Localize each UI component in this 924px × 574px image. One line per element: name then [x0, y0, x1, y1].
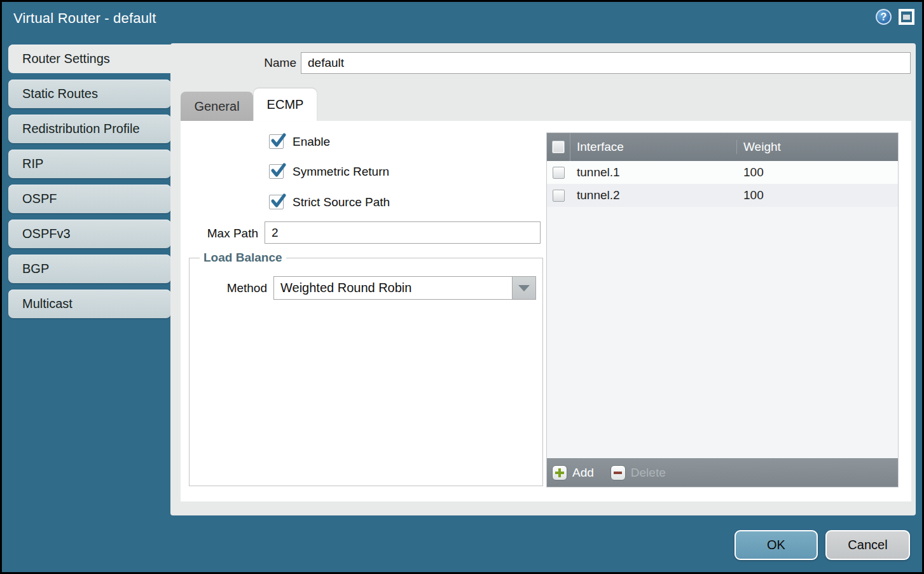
strict-source-path-label: Strict Source Path — [293, 195, 390, 209]
table-footer: Add Delete — [547, 458, 898, 487]
weight-column-header: Weight — [737, 140, 898, 154]
main-panel: Name General ECMP Enable — [170, 43, 916, 515]
method-dropdown-button[interactable] — [512, 277, 535, 299]
title-bar: Virtual Router - default ? — [2, 2, 922, 38]
sidebar-item-multicast[interactable]: Multicast — [8, 290, 171, 318]
enable-checkbox[interactable] — [269, 134, 284, 149]
cancel-button[interactable]: Cancel — [825, 530, 910, 560]
tab-general[interactable]: General — [181, 92, 253, 121]
load-balance-fieldset: Load Balance Method Weighted Round Robin — [189, 258, 543, 486]
help-icon[interactable]: ? — [876, 9, 892, 25]
sidebar-item-ospf[interactable]: OSPF — [8, 185, 171, 213]
tab-label: ECMP — [267, 97, 304, 112]
name-label: Name — [221, 56, 296, 70]
minus-icon — [610, 465, 626, 480]
sidebar-item-router-settings[interactable]: Router Settings — [8, 45, 174, 73]
sidebar-item-label: Static Routes — [22, 87, 98, 101]
sidebar-item-label: BGP — [22, 262, 49, 276]
sidebar-item-ospfv3[interactable]: OSPFv3 — [8, 220, 171, 248]
interface-column-header: Interface — [570, 140, 737, 154]
chevron-down-icon — [518, 285, 530, 291]
enable-checkbox-row: Enable — [269, 134, 330, 149]
sidebar-item-redistribution-profile[interactable]: Redistribution Profile — [8, 115, 171, 143]
sidebar-item-label: OSPF — [22, 192, 57, 206]
sidebar-item-bgp[interactable]: BGP — [8, 255, 171, 283]
select-all-checkbox[interactable] — [552, 141, 565, 153]
delete-button-label: Delete — [631, 466, 666, 480]
method-selected-value: Weighted Round Robin — [280, 281, 411, 295]
strict-source-path-checkbox-row: Strict Source Path — [269, 195, 390, 209]
symmetric-return-checkbox-row: Symmetric Return — [269, 164, 389, 179]
table-header: Interface Weight — [547, 133, 898, 161]
interface-cell: tunnel.2 — [570, 188, 737, 202]
max-path-label: Max Path — [181, 227, 258, 241]
add-button[interactable]: Add — [552, 465, 594, 480]
load-balance-legend: Load Balance — [200, 251, 286, 265]
dialog-title: Virtual Router - default — [13, 10, 156, 27]
symmetric-return-label: Symmetric Return — [293, 165, 389, 179]
interface-table: Interface Weight tunnel.1 100 tunnel.2 1… — [546, 132, 899, 487]
checkmark-icon — [270, 193, 287, 210]
sidebar-item-label: Multicast — [22, 297, 72, 311]
sidebar-item-label: RIP — [22, 157, 43, 171]
select-all-cell — [547, 133, 570, 161]
ok-button[interactable]: OK — [734, 530, 818, 560]
sidebar-item-static-routes[interactable]: Static Routes — [8, 80, 171, 108]
help-glyph: ? — [881, 11, 887, 23]
table-empty-area — [547, 207, 898, 458]
table-row[interactable]: tunnel.1 100 — [547, 161, 898, 184]
checkmark-icon — [270, 133, 287, 150]
enable-label: Enable — [293, 135, 330, 149]
method-dropdown[interactable]: Weighted Round Robin — [273, 276, 536, 300]
plus-icon — [552, 465, 567, 480]
add-button-label: Add — [572, 466, 594, 480]
row-checkbox-cell — [547, 161, 570, 184]
name-row: Name — [170, 52, 916, 74]
window-restore-icon[interactable] — [899, 9, 914, 25]
max-path-input[interactable] — [265, 221, 541, 244]
method-label: Method — [209, 281, 267, 295]
sidebar-item-label: OSPFv3 — [22, 227, 71, 241]
delete-button[interactable]: Delete — [610, 465, 666, 480]
symmetric-return-checkbox[interactable] — [269, 164, 284, 179]
window-restore-glyph — [903, 15, 910, 20]
cancel-button-label: Cancel — [848, 538, 887, 552]
sidebar: Router Settings Static Routes Redistribu… — [8, 45, 172, 325]
sidebar-item-rip[interactable]: RIP — [8, 150, 171, 178]
table-row[interactable]: tunnel.2 100 — [547, 184, 898, 207]
name-input[interactable] — [301, 52, 911, 74]
weight-cell: 100 — [737, 165, 898, 179]
sidebar-item-label: Redistribution Profile — [22, 122, 140, 136]
tab-ecmp[interactable]: ECMP — [254, 88, 317, 121]
row-checkbox-cell — [547, 184, 570, 207]
checkmark-icon — [270, 163, 287, 179]
interface-cell: tunnel.1 — [570, 165, 737, 179]
sidebar-item-label: Router Settings — [22, 52, 110, 66]
tab-label: General — [194, 99, 239, 114]
ecmp-tab-content: Enable Symmetric Return Strict Source Pa… — [181, 121, 911, 501]
strict-source-path-checkbox[interactable] — [269, 195, 284, 209]
ok-button-label: OK — [767, 538, 785, 552]
virtual-router-dialog: Virtual Router - default ? Router Settin… — [0, 0, 924, 574]
row-checkbox[interactable] — [553, 167, 565, 179]
row-checkbox[interactable] — [553, 190, 565, 202]
weight-cell: 100 — [737, 188, 898, 202]
